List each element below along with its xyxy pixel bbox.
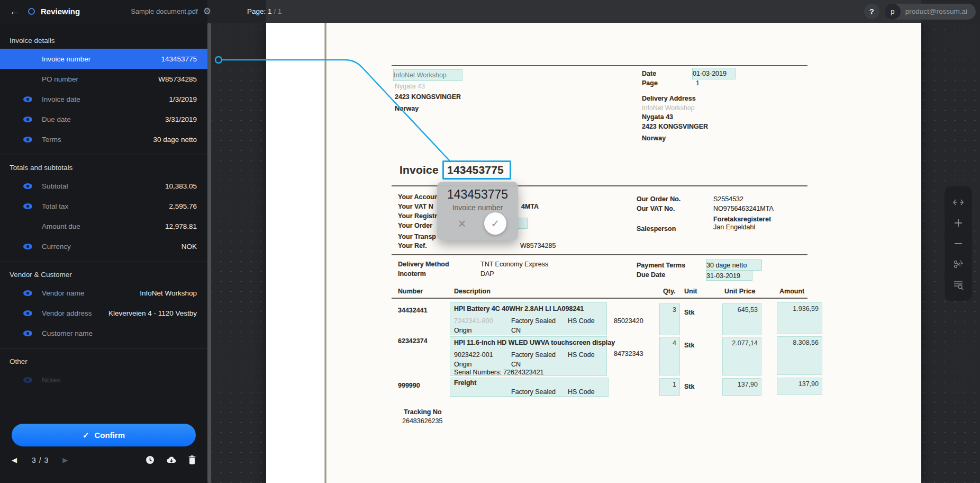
col-qty: Qty. [663, 288, 675, 295]
history-clock-icon[interactable] [146, 455, 155, 464]
delete-trash-icon[interactable] [188, 455, 196, 464]
field-value: 3/31/2019 [165, 115, 197, 123]
delivery-name-text: InfoNet Workshop [642, 104, 695, 112]
back-arrow-icon[interactable]: ← [10, 6, 20, 17]
field-label: Amount due [42, 222, 80, 230]
document-name[interactable]: Sample document.pdf [131, 7, 197, 15]
visibility-eye-icon [23, 183, 32, 189]
row1-qty: 3 [673, 306, 676, 314]
vendor-street-text: Nygata 43 [395, 83, 425, 90]
vendor-name-highlight[interactable]: InfoNet Workshop [393, 69, 462, 81]
date-label: Date [642, 70, 656, 77]
row3-amount-highlight[interactable]: 137,90 [777, 378, 822, 395]
divider [392, 254, 807, 255]
your-order-label: Your Order [398, 222, 432, 229]
row1-qty-highlight[interactable]: 3 [659, 303, 680, 335]
confirm-button[interactable]: ✓ Confirm [12, 424, 196, 446]
row1-number: 34432441 [398, 307, 428, 314]
search-document-icon[interactable] [952, 279, 964, 291]
doc-page-label: Page [642, 79, 658, 87]
your-account-label: Your Accoun [398, 193, 438, 201]
field-value: 10,383.05 [165, 182, 197, 190]
our-vat-value: NO9756463241MTA [713, 205, 774, 212]
section-totals-and-subtotals: Totals and subtotalsSubtotal10,383.05Tot… [0, 155, 207, 262]
row2-hs-code: 84732343 [614, 350, 643, 357]
row2-unit: Stk [684, 342, 694, 349]
your-ref-label: Your Ref. [398, 242, 427, 249]
doc-page-value: 1 [696, 79, 700, 87]
field-row-po-number[interactable]: PO numberW85734285 [0, 69, 207, 89]
field-row-due-date[interactable]: Due date3/31/2019 [0, 109, 207, 129]
field-label: Customer name [42, 329, 93, 337]
row1-price-highlight[interactable]: 645,53 [722, 303, 761, 335]
help-button[interactable]: ? [864, 4, 879, 19]
incoterm-value: DAP [480, 270, 494, 278]
field-row-vendor-name[interactable]: Vendor nameInfoNet Workshop [0, 283, 207, 303]
your-vat-label: Your VAT N [398, 203, 433, 210]
row3-hs-label: HS Code [568, 388, 595, 396]
field-row-vendor-address[interactable]: Vendor addressKleverveien 4 - 1120 Vestb… [0, 303, 207, 323]
row2-amount-highlight[interactable]: 8.308,56 [777, 336, 822, 375]
field-row-customer-name[interactable]: Customer name [0, 323, 207, 343]
field-row-subtotal[interactable]: Subtotal10,383.05 [0, 176, 207, 196]
gear-icon[interactable]: ⚙ [203, 6, 211, 17]
col-number: Number [398, 288, 423, 295]
annotation-sidebar: Invoice detailsInvoice number143453775PO… [0, 23, 207, 483]
field-row-invoice-number[interactable]: Invoice number143453775 [0, 49, 207, 69]
row1-amount-highlight[interactable]: 1.936,59 [777, 302, 822, 334]
field-label: Invoice date [42, 95, 80, 103]
row2-number: 62342374 [398, 337, 428, 345]
zoom-in-icon[interactable] [952, 217, 964, 229]
visibility-eye-icon [23, 96, 32, 102]
accept-value-button[interactable]: ✓ [484, 212, 506, 235]
field-row-terms[interactable]: Terms30 dage netto [0, 129, 207, 149]
fit-width-icon[interactable] [952, 196, 964, 208]
registry-value: Foretaksregisteret [713, 216, 771, 223]
invoice-number-bbox[interactable]: 143453775 [442, 160, 511, 180]
field-row-amount-due[interactable]: Amount due12,978.81 [0, 216, 207, 236]
field-row-currency[interactable]: CurrencyNOK [0, 236, 207, 256]
user-menu[interactable]: p product@rossum.ai [885, 4, 976, 20]
row3-qty-highlight[interactable]: 1 [659, 378, 680, 396]
payment-terms-highlight[interactable]: 30 dage netto [706, 260, 762, 271]
split-scissors-icon[interactable] [952, 258, 964, 270]
delivery-address-heading: Delivery Address [642, 95, 696, 102]
field-row-total-tax[interactable]: Total tax2,595.76 [0, 196, 207, 216]
row1-amount: 1.936,59 [793, 305, 819, 312]
field-label: Total tax [42, 202, 68, 210]
field-row-notes[interactable]: Notes [0, 370, 207, 390]
row2-price-highlight[interactable]: 2.077,14 [722, 337, 761, 375]
row3-amount: 137,90 [798, 380, 819, 388]
page-indicator-current: 1 [268, 7, 272, 15]
reject-value-button[interactable]: × [453, 214, 471, 232]
incoterm-label: Incoterm [398, 270, 426, 278]
scan-page-edge [324, 23, 327, 483]
section-title: Other [0, 349, 207, 370]
section-title: Totals and subtotals [0, 155, 207, 176]
row3-factory: Factory Sealed [511, 388, 556, 396]
row3-number: 999990 [398, 382, 420, 389]
next-document-icon[interactable]: ▶ [62, 456, 75, 464]
date-highlight[interactable]: 01-03-2019 [692, 68, 736, 79]
page-indicator-separator: / [274, 7, 276, 15]
row2-part: 9023422-001 [454, 351, 493, 359]
your-registration-label: Your Registr [398, 212, 437, 220]
visibility-eye-icon [23, 244, 32, 249]
due-date-value: 31-03-2019 [706, 272, 740, 280]
field-row-invoice-date[interactable]: Invoice date1/3/2019 [0, 89, 207, 109]
field-label: Due date [42, 115, 71, 123]
visibility-eye-icon [23, 290, 32, 296]
row2-qty-highlight[interactable]: 4 [659, 337, 680, 375]
panel-scrollbar[interactable] [207, 23, 211, 483]
row3-price-highlight[interactable]: 137,90 [722, 378, 761, 396]
divider [392, 65, 807, 66]
invoice-title: Invoice [400, 164, 439, 176]
download-cloud-icon[interactable] [166, 456, 177, 464]
due-date-highlight[interactable]: 31-03-2019 [706, 270, 752, 281]
previous-document-icon[interactable]: ◀ [12, 456, 24, 464]
zoom-out-icon[interactable] [952, 238, 964, 249]
invoice-page: InfoNet Workshop Nygata 43 2423 KONGSVIN… [266, 23, 921, 483]
row1-unit: Stk [684, 309, 694, 316]
salesperson-value: Jan Engeldahl [713, 223, 755, 231]
field-value: W85734285 [158, 75, 197, 83]
